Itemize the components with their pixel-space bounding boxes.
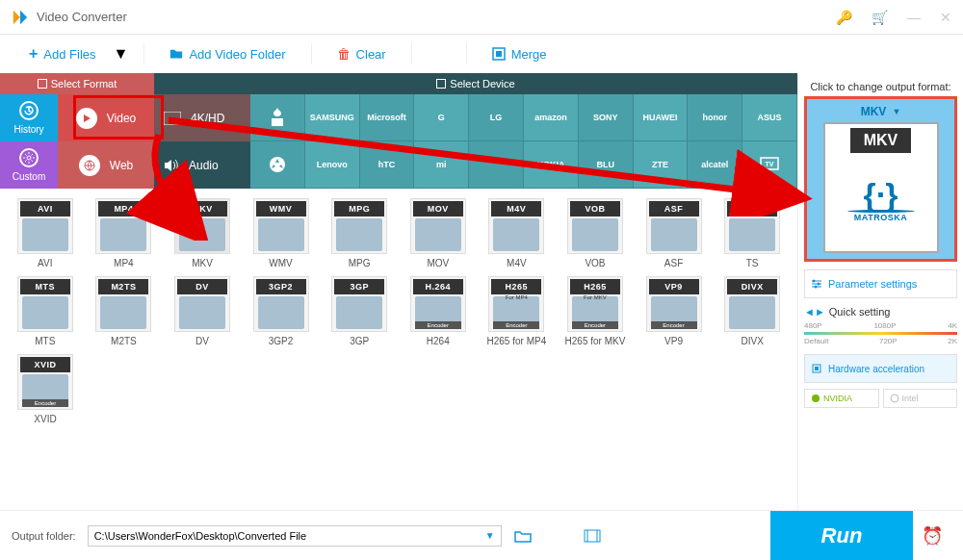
- format-mkv[interactable]: MKVMKV: [165, 198, 240, 268]
- format-m4v[interactable]: M4VM4V: [480, 198, 555, 268]
- format-m2ts[interactable]: M2TSM2TS: [87, 276, 162, 346]
- merge-button[interactable]: Merge: [482, 41, 557, 67]
- separator: [411, 43, 412, 64]
- format-asf[interactable]: ASFASF: [637, 198, 712, 268]
- svg-text:TV: TV: [766, 161, 774, 167]
- format-xvid[interactable]: XVIDEncoderXVID: [8, 354, 83, 424]
- svg-point-16: [812, 395, 820, 402]
- separator: [466, 43, 467, 64]
- close-icon[interactable]: ✕: [940, 10, 951, 25]
- format-avi[interactable]: AVIAVI: [8, 198, 83, 268]
- category-4khd-button[interactable]: 4K/HD: [154, 94, 250, 141]
- folder-open-icon: [514, 529, 532, 543]
- app-logo-icon: [12, 9, 29, 26]
- format-3gp[interactable]: 3GP3GP: [322, 276, 397, 346]
- format-h265-for-mkv[interactable]: H265For MKVEncoderH265 for MKV: [558, 276, 633, 346]
- format-wmv[interactable]: WMVWMV: [244, 198, 319, 268]
- brand-ZTE[interactable]: ZTE: [634, 141, 689, 189]
- category-web-button[interactable]: Web: [58, 141, 154, 189]
- hardware-accel-button[interactable]: Hardware acceleration: [804, 354, 957, 383]
- category-video-button[interactable]: Video: [58, 94, 154, 141]
- svg-marker-5: [84, 115, 91, 122]
- svg-rect-7: [164, 112, 181, 125]
- brand-LG[interactable]: LG: [469, 94, 524, 141]
- brand-BLU[interactable]: BLU: [579, 141, 634, 189]
- brand-TV[interactable]: TV: [742, 141, 797, 189]
- run-button[interactable]: Run: [770, 511, 913, 560]
- quality-slider[interactable]: 480P1080P4K Default720P2K: [804, 321, 957, 348]
- sidebar-tab-custom[interactable]: Custom: [0, 141, 58, 189]
- clear-label: Clear: [356, 47, 386, 62]
- brand-SAMSUNG[interactable]: SAMSUNG: [305, 94, 360, 141]
- clear-button[interactable]: 🗑Clear: [327, 40, 396, 67]
- brand-Lenovo[interactable]: Lenovo: [305, 141, 360, 189]
- schedule-button[interactable]: ⏰: [913, 525, 951, 547]
- open-folder-button[interactable]: [513, 526, 533, 546]
- cart-icon[interactable]: 🛒: [872, 10, 888, 25]
- brand-ASUS[interactable]: ASUS: [742, 94, 797, 141]
- format-divx[interactable]: DIVXDIVX: [715, 276, 790, 346]
- trash-icon: 🗑: [337, 46, 351, 62]
- brand-mi[interactable]: mi: [414, 141, 469, 189]
- add-folder-button[interactable]: Add Video Folder: [160, 41, 295, 67]
- selected-format-badge: MKV: [850, 128, 912, 153]
- format-vp9[interactable]: VP9EncoderVP9: [637, 276, 712, 346]
- select-format-label: Select Format: [51, 78, 117, 89]
- brand-honor[interactable]: honor: [688, 94, 742, 141]
- minimize-icon[interactable]: —: [907, 10, 921, 25]
- brand-logo-14[interactable]: [469, 141, 524, 189]
- nvidia-chip[interactable]: NVIDIA: [804, 389, 879, 408]
- key-icon[interactable]: 🔑: [836, 10, 852, 25]
- format-mts[interactable]: MTSMTS: [8, 276, 83, 346]
- brand-hTC[interactable]: hTC: [360, 141, 415, 189]
- add-files-dropdown-icon[interactable]: ▼: [114, 45, 129, 63]
- matroska-icon: {·}: [864, 180, 898, 210]
- video-folder-button[interactable]: [583, 526, 602, 546]
- brand-NOKIA[interactable]: NOKIA: [524, 141, 579, 189]
- parameter-settings-label: Parameter settings: [828, 278, 917, 290]
- formats-grid: AVIAVIMP4MP4MKVMKVWMVWMVMPGMPGMOVMOVM4VM…: [0, 189, 797, 510]
- brand-amazon[interactable]: amazon: [524, 94, 579, 141]
- format-3gp2[interactable]: 3GP23GP2: [244, 276, 319, 346]
- brand-G[interactable]: G: [414, 94, 469, 141]
- path-dropdown-icon[interactable]: ▼: [485, 530, 495, 541]
- select-format-tab[interactable]: Select Format: [0, 73, 154, 94]
- format-h265-for-mp4[interactable]: H265For MP4EncoderH265 for MP4: [480, 276, 555, 346]
- brand-Microsoft[interactable]: Microsoft: [360, 94, 415, 141]
- brand-logo-0[interactable]: [250, 94, 305, 141]
- format-mp4[interactable]: MP4MP4: [87, 198, 162, 268]
- format-vob[interactable]: VOBVOB: [558, 198, 633, 268]
- titlebar: Video Converter 🔑 🛒 — ✕: [0, 0, 963, 35]
- brand-logo-10[interactable]: [250, 141, 305, 189]
- bottombar: Output folder: C:\Users\WonderFox\Deskto…: [0, 510, 963, 560]
- chip-icon: [811, 363, 822, 374]
- parameter-settings-button[interactable]: Parameter settings: [804, 269, 957, 298]
- separator: [311, 43, 312, 64]
- category-video-label: Video: [107, 112, 136, 125]
- format-h264[interactable]: H.264EncoderH264: [401, 276, 476, 346]
- toolbar: +Add Files ▼ Add Video Folder 🗑Clear Mer…: [0, 35, 963, 73]
- format-ts[interactable]: TSTS: [715, 198, 790, 268]
- output-format-box[interactable]: MKV▼ MKV {·}MATROSKA: [804, 96, 957, 262]
- format-mov[interactable]: MOVMOV: [401, 198, 476, 268]
- brand-HUAWEI[interactable]: HUAWEI: [634, 94, 689, 141]
- brand-SONY[interactable]: SONY: [579, 94, 634, 141]
- format-mpg[interactable]: MPGMPG: [322, 198, 397, 268]
- sidebar-tab-history[interactable]: History: [0, 94, 58, 141]
- globe-icon: [84, 160, 95, 171]
- right-panel: Click to change output format: MKV▼ MKV …: [797, 73, 963, 510]
- svg-rect-18: [585, 530, 600, 542]
- intel-chip[interactable]: Intel: [883, 389, 958, 408]
- hd-icon: [164, 112, 181, 125]
- format-icon: [38, 79, 47, 89]
- play-icon: [82, 114, 91, 123]
- category-audio-button[interactable]: Audio: [154, 141, 250, 189]
- speaker-icon: [164, 159, 179, 172]
- brand-alcatel[interactable]: alcatel: [688, 141, 742, 189]
- select-device-tab[interactable]: Select Device: [154, 73, 797, 94]
- add-files-button[interactable]: +Add Files: [19, 39, 106, 68]
- svg-point-17: [891, 395, 898, 402]
- output-path-input[interactable]: C:\Users\WonderFox\Desktop\Converted Fil…: [88, 525, 502, 547]
- output-format-title: Click to change output format:: [804, 81, 957, 92]
- format-dv[interactable]: DVDV: [165, 276, 240, 346]
